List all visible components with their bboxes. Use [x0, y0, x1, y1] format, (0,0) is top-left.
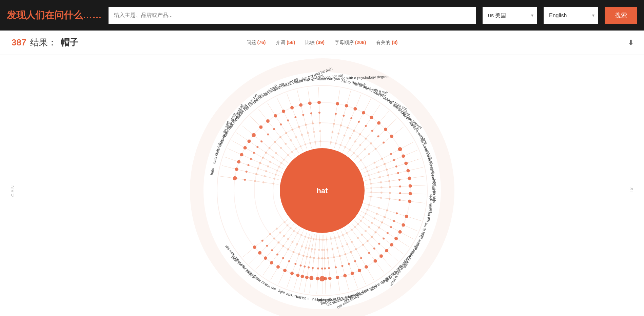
svg-point-333 — [317, 268, 319, 270]
svg-point-332 — [317, 257, 319, 259]
svg-point-24 — [259, 162, 261, 164]
svg-point-212 — [380, 197, 382, 199]
svg-line-378 — [270, 229, 300, 280]
svg-point-197 — [370, 187, 372, 189]
region-select[interactable]: us 美国 — [483, 7, 537, 24]
svg-point-157 — [374, 148, 376, 150]
svg-line-350 — [299, 234, 312, 292]
svg-point-43 — [283, 159, 285, 161]
svg-point-403 — [266, 245, 268, 247]
svg-line-119 — [338, 95, 361, 150]
svg-point-66 — [285, 132, 287, 134]
svg-point-143 — [365, 138, 367, 140]
svg-point-302 — [330, 238, 332, 240]
svg-point-304 — [333, 256, 335, 258]
svg-point-170 — [376, 166, 378, 169]
svg-point-138 — [370, 116, 373, 119]
svg-point-312 — [328, 267, 330, 269]
svg-line-77 — [287, 93, 307, 149]
filter-tab-questions[interactable]: 问题 (76) — [247, 40, 266, 46]
svg-point-338 — [314, 249, 316, 251]
svg-line-245 — [357, 218, 404, 254]
svg-point-369 — [290, 272, 294, 275]
svg-line-259 — [351, 223, 391, 268]
svg-point-275 — [351, 241, 353, 243]
svg-point-264 — [379, 254, 383, 258]
svg-point-184 — [379, 176, 381, 178]
svg-point-296 — [336, 247, 338, 249]
svg-point-190 — [370, 183, 372, 185]
svg-point-60 — [273, 128, 275, 130]
svg-point-365 — [304, 236, 306, 238]
svg-point-79 — [301, 134, 303, 136]
svg-point-47 — [251, 133, 255, 137]
svg-point-352 — [308, 248, 310, 250]
svg-point-253 — [357, 223, 359, 225]
svg-point-8 — [273, 178, 275, 180]
lang-select[interactable]: English — [544, 7, 598, 24]
svg-point-215 — [408, 200, 411, 203]
app-title: 发现人们在问什么…… — [7, 9, 102, 22]
svg-point-390 — [270, 261, 273, 264]
filter-tab-alphabetical[interactable]: 字母顺序 (208) — [335, 40, 366, 46]
svg-point-73 — [291, 129, 293, 131]
svg-point-2 — [262, 181, 264, 183]
svg-line-315 — [324, 235, 326, 294]
svg-point-383 — [276, 265, 280, 269]
svg-point-247 — [368, 226, 370, 228]
svg-point-326 — [321, 268, 323, 270]
filter-tab-prepositions[interactable]: 介词 (56) — [276, 40, 295, 46]
svg-line-140 — [350, 111, 388, 157]
svg-point-165 — [390, 153, 392, 155]
svg-point-400 — [286, 224, 288, 226]
svg-point-71 — [299, 145, 301, 147]
svg-point-75 — [282, 110, 285, 113]
svg-text:hat: hat — [317, 297, 322, 301]
svg-point-129 — [353, 130, 355, 132]
center-label: hat — [316, 186, 328, 195]
svg-point-283 — [350, 251, 352, 253]
svg-point-142 — [359, 144, 361, 146]
svg-point-122 — [346, 127, 348, 129]
svg-point-346 — [309, 256, 311, 258]
wheel-chart: hat hatshats near mehats near me for sal… — [170, 58, 475, 316]
svg-point-101 — [319, 122, 321, 124]
svg-point-80 — [298, 126, 300, 128]
svg-point-309 — [325, 238, 327, 240]
svg-point-409 — [269, 233, 271, 235]
svg-point-232 — [365, 213, 367, 215]
svg-point-339 — [313, 257, 315, 259]
filter-tab-related[interactable]: 有关的 (8) — [376, 40, 397, 46]
svg-point-305 — [334, 266, 336, 269]
svg-point-124 — [353, 107, 357, 111]
search-input[interactable] — [109, 7, 476, 24]
lang-select-wrapper[interactable]: English — [544, 7, 598, 24]
svg-point-54 — [259, 125, 262, 129]
download-button[interactable]: ⬇ — [628, 38, 634, 47]
svg-point-99 — [319, 140, 321, 142]
svg-point-368 — [294, 263, 296, 265]
svg-point-52 — [274, 141, 276, 143]
svg-point-121 — [343, 135, 345, 137]
svg-point-240 — [371, 222, 373, 224]
svg-point-218 — [368, 204, 370, 206]
search-button[interactable]: 搜索 — [605, 7, 637, 24]
svg-point-290 — [344, 253, 346, 255]
svg-point-92 — [314, 141, 316, 143]
svg-point-192 — [388, 180, 390, 182]
filter-tab-comparisons[interactable]: 比较 (39) — [305, 40, 325, 46]
svg-point-235 — [390, 226, 392, 228]
svg-point-29 — [278, 166, 280, 168]
svg-point-137 — [365, 125, 367, 127]
svg-point-15 — [274, 174, 276, 176]
title-prefix: 发现人们在 — [7, 10, 54, 20]
svg-point-306 — [336, 276, 339, 279]
svg-point-241 — [378, 226, 380, 229]
svg-point-285 — [357, 269, 361, 272]
region-select-wrapper[interactable]: us 美国 — [483, 7, 537, 24]
svg-point-32 — [253, 152, 255, 154]
results-count: 387 结果： — [10, 37, 57, 48]
svg-point-171 — [384, 163, 386, 165]
svg-point-281 — [342, 234, 344, 236]
svg-point-65 — [290, 139, 292, 141]
